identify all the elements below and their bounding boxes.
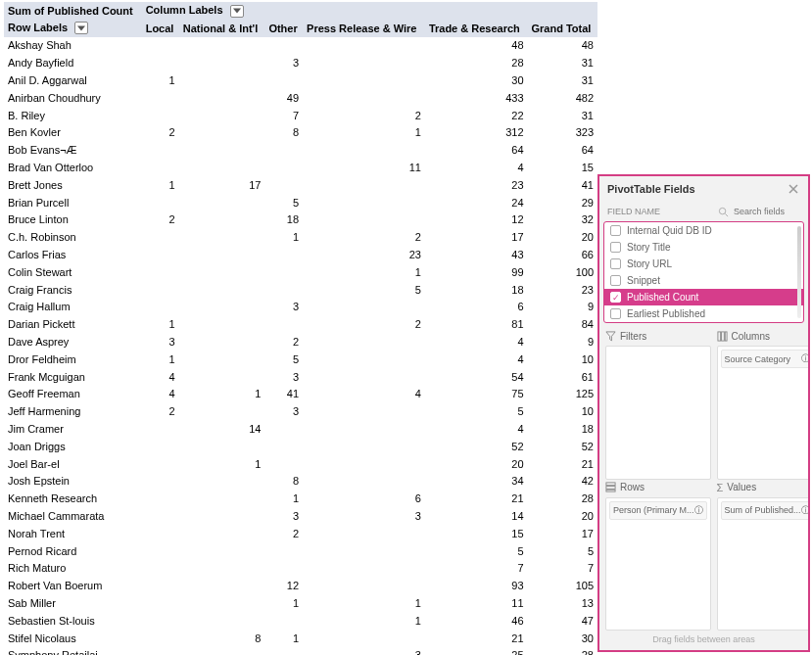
column-header[interactable]: Trade & Research xyxy=(425,20,528,37)
field-item[interactable]: Published Count xyxy=(604,289,803,305)
data-cell[interactable] xyxy=(179,89,265,107)
data-cell[interactable] xyxy=(179,159,265,176)
data-cell[interactable]: 22 xyxy=(425,107,528,124)
data-cell[interactable]: 64 xyxy=(528,141,597,159)
data-cell[interactable] xyxy=(142,299,179,316)
data-cell[interactable]: 12 xyxy=(425,211,528,229)
data-cell[interactable]: 1 xyxy=(264,490,303,507)
row-label-cell[interactable]: Colin Stewart xyxy=(4,263,142,281)
data-cell[interactable] xyxy=(303,89,425,107)
data-cell[interactable]: 4 xyxy=(425,159,528,176)
field-item[interactable]: Story URL xyxy=(604,256,803,272)
row-label-cell[interactable]: Andy Bayfield xyxy=(4,54,142,71)
rows-pill[interactable]: Person (Primary M...ⓘ xyxy=(609,501,707,520)
columns-area[interactable]: Source Categoryⓘ xyxy=(717,346,808,480)
data-cell[interactable] xyxy=(303,525,425,542)
data-cell[interactable]: 3 xyxy=(264,368,303,386)
row-label-cell[interactable]: Bruce Linton xyxy=(4,211,142,229)
info-icon[interactable]: ⓘ xyxy=(801,352,808,365)
rows-area[interactable]: Person (Primary M...ⓘ xyxy=(605,497,711,632)
row-label-cell[interactable]: Joan Driggs xyxy=(4,438,142,455)
data-cell[interactable] xyxy=(303,299,425,316)
data-cell[interactable] xyxy=(142,54,179,71)
row-label-cell[interactable]: Darian Pickett xyxy=(4,315,142,333)
data-cell[interactable]: 482 xyxy=(528,89,597,107)
data-cell[interactable]: 47 xyxy=(528,612,597,630)
data-cell[interactable] xyxy=(303,577,425,594)
data-cell[interactable] xyxy=(264,159,303,176)
checkbox[interactable] xyxy=(610,242,621,253)
data-cell[interactable] xyxy=(142,89,179,107)
data-cell[interactable]: 3 xyxy=(264,299,303,316)
checkbox[interactable] xyxy=(610,275,621,286)
row-label-cell[interactable]: Bob Evans¬Æ xyxy=(4,141,142,159)
data-cell[interactable] xyxy=(303,194,425,211)
data-cell[interactable]: 20 xyxy=(425,455,528,473)
data-cell[interactable]: 7 xyxy=(425,560,528,578)
row-label-cell[interactable]: Josh Epstein xyxy=(4,473,142,491)
data-cell[interactable] xyxy=(179,612,265,630)
data-cell[interactable] xyxy=(142,438,179,455)
data-cell[interactable] xyxy=(303,211,425,229)
row-label-cell[interactable]: Rich Maturo xyxy=(4,560,142,578)
data-cell[interactable]: 2 xyxy=(142,124,179,142)
data-cell[interactable]: 6 xyxy=(425,299,528,316)
data-cell[interactable]: 8 xyxy=(264,124,303,142)
data-cell[interactable] xyxy=(264,455,303,473)
search-input[interactable] xyxy=(732,206,800,217)
data-cell[interactable]: 9 xyxy=(528,299,597,316)
data-cell[interactable]: 3 xyxy=(303,646,425,655)
row-label-cell[interactable]: Carlos Frias xyxy=(4,246,142,263)
data-cell[interactable]: 32 xyxy=(528,211,597,229)
checkbox[interactable] xyxy=(610,225,621,236)
data-cell[interactable] xyxy=(264,612,303,630)
data-cell[interactable] xyxy=(179,54,265,71)
data-cell[interactable] xyxy=(179,577,265,594)
row-labels-dropdown[interactable] xyxy=(74,22,88,34)
data-cell[interactable]: 9 xyxy=(528,333,597,351)
data-cell[interactable] xyxy=(142,473,179,491)
data-cell[interactable]: 24 xyxy=(425,194,528,211)
data-cell[interactable]: 1 xyxy=(142,351,179,368)
data-cell[interactable]: 42 xyxy=(528,473,597,491)
data-cell[interactable] xyxy=(303,630,425,647)
data-cell[interactable]: 31 xyxy=(528,54,597,71)
row-label-cell[interactable]: Kenneth Research xyxy=(4,490,142,507)
data-cell[interactable] xyxy=(142,141,179,159)
data-cell[interactable]: 5 xyxy=(425,402,528,420)
row-label-cell[interactable]: Akshay Shah xyxy=(4,37,142,55)
data-cell[interactable]: 4 xyxy=(142,386,179,403)
data-cell[interactable]: 17 xyxy=(179,176,265,194)
data-cell[interactable] xyxy=(264,438,303,455)
data-cell[interactable]: 41 xyxy=(528,176,597,194)
data-cell[interactable] xyxy=(142,37,179,55)
row-label-cell[interactable]: Joel Bar-el xyxy=(4,455,142,473)
data-cell[interactable] xyxy=(179,281,265,299)
data-cell[interactable]: 100 xyxy=(528,263,597,281)
data-cell[interactable]: 25 xyxy=(425,646,528,655)
filters-area[interactable] xyxy=(605,346,711,480)
row-label-cell[interactable]: Pernod Ricard xyxy=(4,542,142,560)
data-cell[interactable] xyxy=(142,420,179,438)
data-cell[interactable] xyxy=(142,542,179,560)
data-cell[interactable] xyxy=(142,263,179,281)
data-cell[interactable]: 8 xyxy=(264,473,303,491)
column-header[interactable]: Press Release & Wire xyxy=(303,20,425,37)
data-cell[interactable]: 66 xyxy=(528,246,597,263)
data-cell[interactable]: 105 xyxy=(528,577,597,594)
search-box[interactable] xyxy=(718,206,800,217)
data-cell[interactable] xyxy=(264,176,303,194)
data-cell[interactable]: 7 xyxy=(264,107,303,124)
data-cell[interactable]: 1 xyxy=(303,124,425,142)
data-cell[interactable]: 43 xyxy=(425,246,528,263)
data-cell[interactable] xyxy=(303,438,425,455)
data-cell[interactable]: 17 xyxy=(528,525,597,542)
data-cell[interactable]: 312 xyxy=(425,124,528,142)
data-cell[interactable]: 1 xyxy=(264,630,303,647)
data-cell[interactable]: 64 xyxy=(425,141,528,159)
row-label-cell[interactable]: Symphony Retailai xyxy=(4,646,142,655)
data-cell[interactable]: 93 xyxy=(425,577,528,594)
data-cell[interactable]: 18 xyxy=(528,420,597,438)
data-cell[interactable] xyxy=(179,315,265,333)
data-cell[interactable]: 23 xyxy=(425,176,528,194)
